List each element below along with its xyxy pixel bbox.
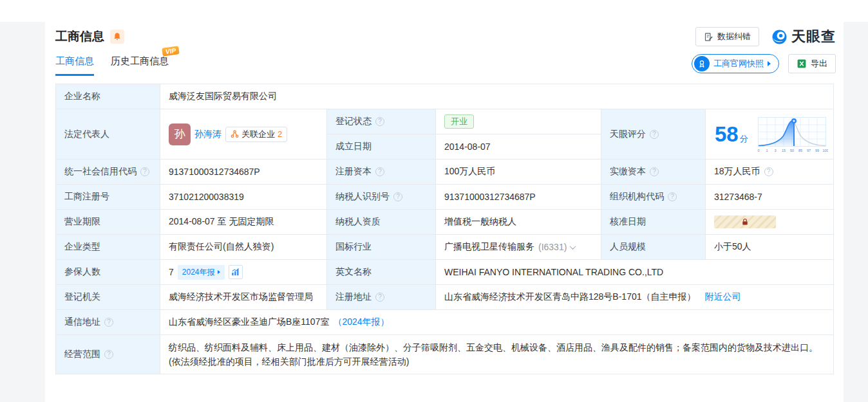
value-registration-status: 开业: [436, 109, 601, 134]
value-tianyan-score[interactable]: 58 分: [706, 109, 834, 160]
locked-content-box[interactable]: [714, 215, 776, 228]
legal-rep-avatar[interactable]: 孙: [169, 123, 191, 145]
official-snapshot-button[interactable]: 工商官网快照: [692, 54, 779, 73]
label-industry: 国标行业: [327, 235, 436, 260]
svg-text:99: 99: [815, 149, 819, 152]
value-establish-date: 2014-08-07: [436, 134, 601, 160]
related-companies-count: 2: [278, 129, 282, 139]
related-companies-badge[interactable]: 关联企业 2: [225, 127, 287, 142]
help-icon[interactable]: ?: [104, 350, 113, 359]
help-icon[interactable]: ?: [104, 318, 113, 327]
help-icon[interactable]: ?: [650, 167, 659, 176]
data-correction-button[interactable]: 数据纠错: [695, 27, 759, 46]
svg-text:97: 97: [807, 149, 811, 152]
annual-report-link[interactable]: （2024年报）: [333, 316, 389, 328]
bar-chart-icon: [231, 268, 240, 277]
label-registered-address: 注册地址?: [327, 285, 436, 310]
value-english-name: WEIHAI FANYO INTERNATIONAL TRADING CO.,L…: [436, 260, 834, 285]
value-staff-size: 小于50人: [706, 235, 834, 260]
label-staff-size: 人员规模: [601, 235, 706, 260]
status-badge: 开业: [444, 114, 474, 129]
label-taxpayer-quality: 纳税人资质: [327, 210, 436, 235]
industry-code: (I6331): [538, 242, 567, 252]
value-business-term: 2014-08-07 至 无固定期限: [160, 210, 327, 235]
label-org-code: 组织机构代码?: [601, 185, 706, 210]
score-number: 58: [715, 123, 739, 145]
vip-badge: VIP: [162, 46, 180, 57]
value-industry: 广播电视卫星传输服务 (I6331): [436, 235, 601, 260]
svg-text:15: 15: [782, 149, 786, 152]
score-distribution-chart: 0 1 3 15 50 85 97 99 100: [756, 115, 828, 154]
label-english-name: 英文名称: [327, 260, 436, 285]
help-icon[interactable]: ?: [375, 117, 384, 126]
data-correction-label: 数据纠错: [717, 31, 751, 42]
value-registered-capital: 100万人民币: [436, 160, 601, 185]
label-credit-code: 统一社会信用代码?: [56, 160, 160, 185]
value-paid-capital: 18万人民币?: [706, 160, 834, 185]
badge-seal-icon: [694, 56, 710, 71]
value-registration-number: 371021200038319: [160, 185, 327, 210]
value-credit-code: 91371000312734687P: [160, 160, 327, 185]
arrow-right-icon: [768, 61, 771, 66]
label-insured-count: 参保人数: [56, 260, 160, 285]
value-registered-address: 山东省威海经济技术开发区青岛中路128号B-1701（自主申报） 附近公司: [436, 285, 834, 310]
help-icon[interactable]: ?: [668, 192, 677, 201]
help-icon[interactable]: ?: [764, 167, 773, 176]
value-approval-date-locked[interactable]: [706, 210, 834, 235]
score-unit: 分: [740, 133, 748, 145]
tianyancha-logo-icon: [771, 28, 788, 46]
related-companies-label: 关联企业: [241, 129, 275, 140]
tianyancha-logo[interactable]: 天眼查: [771, 27, 836, 46]
lock-icon: [741, 218, 749, 226]
legal-rep-name-link[interactable]: 孙海涛: [194, 129, 222, 140]
label-approval-date: 核准日期: [601, 210, 706, 235]
value-insured-count: 7 2024年报: [160, 260, 327, 285]
svg-text:3: 3: [774, 149, 776, 152]
label-registration-number: 工商注册号: [56, 185, 160, 210]
value-business-scope: 纺织品、纺织面料及辅料、床上用品、建材（油漆除外）、分子筛吸附剂、五金交电、机械…: [160, 335, 834, 374]
value-legal-representative: 孙 孙海涛 关联企业 2: [160, 109, 327, 160]
business-info-card: 工商信息 数据纠错 天眼查 工商信息 历史工商信息 VIP 工商官网快照: [45, 0, 844, 402]
excel-icon: [797, 59, 807, 69]
annual-report-badge[interactable]: 2024年报: [178, 265, 225, 280]
tab-business-info[interactable]: 工商信息: [55, 55, 94, 76]
business-info-table: 企业名称 威海泛友国际贸易有限公司 法定代表人 孙 孙海涛 关联企业 2 登记状…: [55, 84, 834, 374]
edit-document-icon: [704, 32, 713, 42]
label-taxpayer-id: 纳税人识别号?: [327, 185, 436, 210]
svg-text:50: 50: [790, 149, 794, 152]
label-establish-date: 成立日期: [327, 134, 436, 160]
value-registration-authority: 威海经济技术开发区市场监督管理局: [160, 285, 327, 310]
value-taxpayer-quality: 增值税一般纳税人: [436, 210, 601, 235]
tianyancha-logo-text: 天眼查: [791, 27, 836, 46]
value-org-code: 31273468-7: [706, 185, 834, 210]
arrow-right-icon: [218, 270, 220, 274]
help-icon[interactable]: ?: [393, 192, 402, 201]
help-icon[interactable]: ?: [375, 293, 384, 302]
label-registration-authority: 登记机关: [56, 285, 160, 310]
org-network-icon: [231, 130, 239, 138]
svg-text:0: 0: [757, 149, 759, 152]
label-company-type: 企业类型: [56, 235, 160, 260]
help-icon[interactable]: ?: [140, 167, 149, 176]
tab-history-label: 历史工商信息: [111, 55, 169, 66]
svg-text:100: 100: [822, 149, 828, 152]
help-icon[interactable]: ?: [375, 167, 384, 176]
trend-chart-button[interactable]: [229, 265, 243, 279]
chart-x-axis: 0 1 3 15 50 85 97 99 100: [757, 149, 828, 152]
official-snapshot-label: 工商官网快照: [713, 58, 764, 69]
label-legal-representative: 法定代表人: [56, 109, 160, 160]
value-taxpayer-id: 91371000312734687P: [436, 185, 601, 210]
nearby-companies-link[interactable]: 附近公司: [705, 291, 741, 303]
value-company-type: 有限责任公司(自然人独资): [160, 235, 327, 260]
page-title: 工商信息: [55, 28, 104, 45]
tab-history-business-info[interactable]: 历史工商信息 VIP: [111, 55, 169, 74]
help-icon[interactable]: ?: [650, 130, 659, 139]
export-label: 导出: [811, 58, 827, 69]
label-tianyan-score: 天眼评分?: [601, 109, 706, 160]
bell-icon: [113, 32, 122, 41]
label-business-scope: 经营范围?: [56, 335, 160, 374]
export-button[interactable]: 导出: [788, 54, 836, 73]
label-registration-status: 登记状态?: [327, 109, 436, 134]
subscribe-bell-button[interactable]: [110, 30, 124, 44]
chevron-down-icon[interactable]: [570, 243, 576, 250]
